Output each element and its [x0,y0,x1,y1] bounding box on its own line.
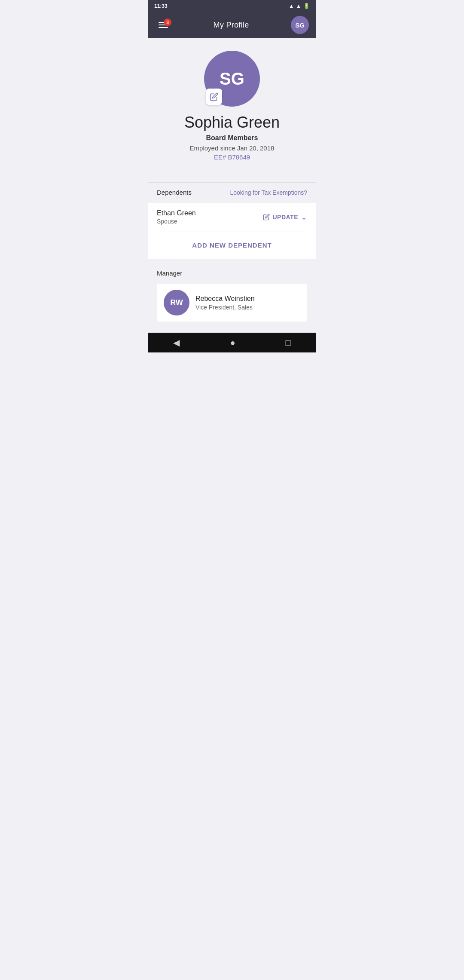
manager-name: Rebecca Weinstien [195,295,255,303]
dependent-relation: Spouse [157,218,196,225]
back-button[interactable]: ◀ [169,333,184,352]
update-label: UPDATE [272,214,298,220]
signal-icon: ▲ [296,3,301,9]
profile-employed: Employed since Jan 20, 2018 [190,144,275,152]
pencil-update-icon [263,214,270,220]
manager-title: Vice President, Sales [195,304,255,311]
manager-label: Manager [157,270,307,277]
nav-bar: 3 My Profile SG [148,12,316,38]
add-dependent-label: ADD NEW DEPENDENT [192,242,272,249]
status-time: 11:33 [154,3,168,9]
manager-avatar: RW [164,290,189,315]
battery-icon: 🔋 [303,3,310,9]
add-dependent-button[interactable]: ADD NEW DEPENDENT [148,232,316,259]
status-icons: ▲ ▲ 🔋 [289,3,310,9]
edit-avatar-button[interactable] [206,89,222,105]
dependent-info: Ethan Green Spouse [157,209,196,225]
dependents-label: Dependents [157,189,192,196]
profile-name: Sophia Green [184,113,280,132]
update-button[interactable]: UPDATE ⌄ [263,212,307,222]
menu-badge: 3 [164,18,171,26]
dependents-header: Dependents Looking for Tax Exemptions? [148,183,316,202]
chevron-down-icon: ⌄ [301,212,307,222]
home-button[interactable]: ● [226,334,239,352]
avatar-wrapper: SG [204,51,260,107]
profile-department: Board Members [206,134,258,142]
status-bar: 11:33 ▲ ▲ 🔋 [148,0,316,12]
profile-section: SG Sophia Green Board Members Employed s… [148,38,316,182]
bottom-nav: ◀ ● □ [148,333,316,352]
manager-item: RW Rebecca Weinstien Vice President, Sal… [157,284,307,322]
manager-section: Manager RW Rebecca Weinstien Vice Presid… [148,259,316,328]
menu-bar-3 [159,27,168,28]
tax-exemptions-link[interactable]: Looking for Tax Exemptions? [230,189,307,196]
pencil-icon [210,92,218,101]
recents-button[interactable]: □ [281,334,295,352]
dependent-item: Ethan Green Spouse UPDATE ⌄ [148,202,316,232]
manager-info: Rebecca Weinstien Vice President, Sales [195,295,255,311]
wifi-icon: ▲ [289,3,294,9]
nav-title: My Profile [213,21,249,30]
profile-ee: EE# B78649 [214,153,250,161]
menu-button[interactable]: 3 [155,18,171,31]
nav-avatar[interactable]: SG [291,16,309,34]
dependent-name: Ethan Green [157,209,196,217]
